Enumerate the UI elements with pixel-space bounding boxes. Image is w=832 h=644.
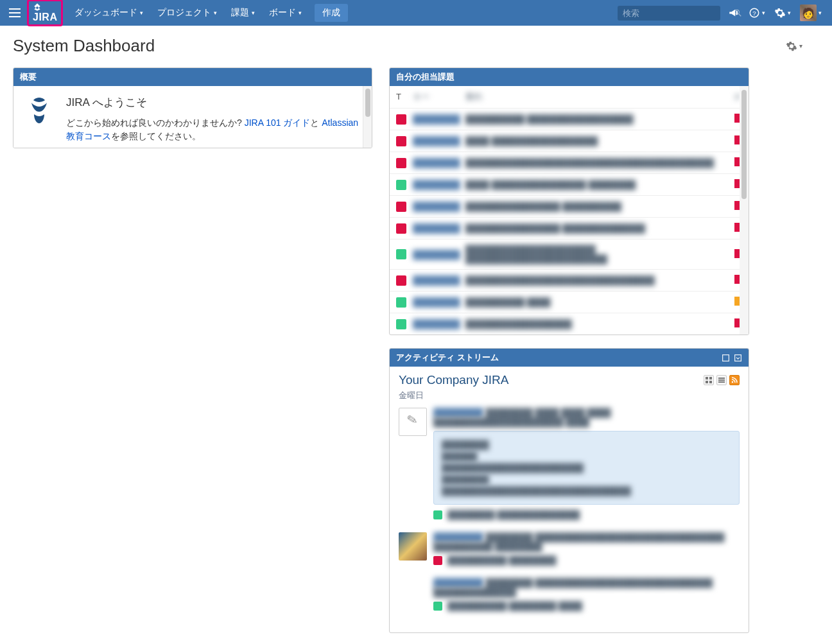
- table-header-row: T キー 要約 P: [390, 86, 749, 109]
- issue-summary[interactable]: ████ ██████████████████: [465, 136, 727, 146]
- activity-meta: ██████████ ████████ ████: [433, 601, 740, 611]
- nav-boards[interactable]: ボード▾: [263, 3, 308, 22]
- issue-type-icon: [396, 202, 406, 212]
- issue-summary[interactable]: ██████████████████: [465, 319, 727, 329]
- nav-right-icons: ? ▾ ▾ 🧑 ▾: [728, 4, 822, 21]
- caret-down-icon: ▾: [140, 10, 143, 16]
- activity-line: ████████ ████████ ██████████████████████…: [433, 532, 740, 552]
- scrollbar[interactable]: [363, 86, 372, 148]
- settings-icon[interactable]: ▾: [774, 7, 791, 19]
- issue-type-icon: [396, 158, 406, 168]
- gadget-assigned-header: 自分の担当課題: [390, 68, 749, 86]
- nav-projects[interactable]: プロジェクト▾: [151, 3, 223, 22]
- rss-feed-icon[interactable]: [729, 375, 740, 385]
- issue-key[interactable]: ████████: [413, 250, 459, 259]
- issue-summary[interactable]: ██████████ ██████████████████: [465, 114, 727, 124]
- jira-logo-icon: [33, 3, 42, 12]
- nav-items: ダッシュボード▾ プロジェクト▾ 課題▾ ボード▾ 作成: [68, 3, 348, 22]
- dashboard-tools-button[interactable]: ▾: [786, 40, 802, 52]
- issue-summary[interactable]: ████████████████ ██████████████: [465, 223, 727, 233]
- view-full-icon[interactable]: [704, 375, 714, 385]
- scrollbar[interactable]: [740, 86, 749, 335]
- issue-type-icon: [433, 602, 442, 611]
- avatar-spacer: [399, 578, 427, 611]
- maximize-icon[interactable]: [722, 354, 730, 362]
- issue-summary[interactable]: ██████████ ████: [465, 297, 727, 307]
- gadget-activity-body: Your Company JIRA 金曜日 ████████ ████████ …: [390, 367, 749, 632]
- page-title: System Dashboard: [13, 36, 786, 56]
- svg-rect-8: [706, 381, 708, 383]
- create-button[interactable]: 作成: [315, 4, 348, 22]
- issue-type-icon: [396, 223, 406, 234]
- table-row[interactable]: ██████████████████ ████: [390, 292, 749, 313]
- gadget-assigned-title: 自分の担当課題: [396, 71, 455, 83]
- svg-rect-12: [718, 381, 725, 383]
- issue-key[interactable]: ████████: [413, 223, 459, 233]
- gadget-activity-header: アクティビティ ストリーム: [390, 349, 749, 367]
- activity-line: ████████ ████████ ██████████████████████…: [433, 578, 740, 597]
- jira-logo[interactable]: JIRA: [27, 0, 63, 26]
- hamburger-menu-icon[interactable]: [6, 4, 24, 22]
- activity-company-line: Your Company JIRA: [399, 373, 740, 387]
- nav-issues[interactable]: 課題▾: [225, 3, 261, 22]
- table-row[interactable]: ██████████████████████████████ █████████…: [390, 239, 749, 270]
- search-box[interactable]: [618, 6, 720, 21]
- intro-title: JIRA へようこそ: [66, 95, 361, 110]
- col-type: T: [396, 92, 406, 102]
- activity-content: ████████ ████████ ██████████████████████…: [433, 532, 740, 565]
- feedback-icon[interactable]: [728, 7, 740, 19]
- link-jira-101-guide[interactable]: JIRA 101 ガイド: [245, 117, 311, 128]
- issue-summary[interactable]: ████████████████████████████████: [465, 275, 727, 285]
- issue-key[interactable]: ████████: [413, 180, 459, 189]
- issue-key[interactable]: ████████: [413, 275, 459, 285]
- caret-down-icon: ▾: [762, 10, 765, 16]
- issue-summary[interactable]: ████ ████████████████ ████████: [465, 180, 727, 189]
- table-row[interactable]: ████████████████████████ ██████████████: [390, 218, 749, 239]
- jira-logo-text: JIRA: [33, 12, 57, 22]
- activity-comment: ████████████████████████████████████████…: [433, 431, 740, 505]
- issue-key[interactable]: ████████: [413, 297, 459, 307]
- gadget-introduction: 概要 JIRA へようこそ どこから始めれば良いのかわかりませんか? JIRA …: [13, 67, 372, 148]
- issue-type-icon: [396, 249, 406, 259]
- caret-down-icon: ▾: [214, 10, 217, 16]
- issue-type-icon: [433, 556, 442, 565]
- issue-summary[interactable]: ██████████████████████ █████████████████…: [465, 245, 727, 264]
- svg-point-13: [732, 381, 734, 383]
- table-row[interactable]: ████████████ ██████████████████: [390, 130, 749, 152]
- jira-mark-icon: [24, 95, 55, 141]
- issue-summary[interactable]: ████████████████████████████████████████…: [465, 158, 727, 168]
- col-summary: 要約: [465, 91, 727, 103]
- svg-rect-5: [735, 354, 741, 361]
- gadget-activity-stream: アクティビティ ストリーム Your Company JIRA 金曜: [389, 348, 749, 633]
- table-row[interactable]: ████████████████████████████████████████: [390, 270, 749, 292]
- issue-key[interactable]: ████████: [413, 114, 459, 124]
- issue-key[interactable]: ████████: [413, 319, 459, 329]
- issue-key[interactable]: ████████: [413, 202, 459, 211]
- svg-rect-9: [709, 381, 712, 383]
- table-row[interactable]: ██████████████████████████: [390, 313, 749, 335]
- search-input[interactable]: [623, 8, 731, 18]
- activity-item: ████████ ████████ ██████████████████████…: [399, 532, 740, 565]
- table-row[interactable]: ████████████ ████████████████ ████████: [390, 174, 749, 196]
- table-row[interactable]: ████████████████████████████████████████…: [390, 152, 749, 174]
- issue-key[interactable]: ████████: [413, 158, 459, 168]
- table-row[interactable]: ██████████████████ ██████████████████: [390, 109, 749, 130]
- svg-rect-11: [718, 379, 725, 381]
- dropdown-icon[interactable]: [734, 354, 742, 362]
- user-avatar[interactable]: 🧑 ▾: [800, 4, 822, 21]
- activity-content: ████████ ████████ ████ ████ ████ ███████…: [433, 408, 740, 519]
- svg-text:?: ?: [752, 10, 756, 17]
- col-key: キー: [413, 91, 459, 103]
- gear-icon: [786, 40, 797, 52]
- activity-meta: ██████████ ████████: [433, 555, 740, 565]
- issue-key[interactable]: ████████: [413, 136, 459, 146]
- intro-content: JIRA へようこそ どこから始めれば良いのかわかりませんか? JIRA 101…: [66, 95, 361, 141]
- help-icon[interactable]: ? ▾: [749, 7, 765, 19]
- activity-content: ████████ ████████ ██████████████████████…: [433, 578, 740, 611]
- nav-dashboard[interactable]: ダッシュボード▾: [68, 3, 150, 22]
- svg-rect-7: [709, 377, 712, 379]
- table-row[interactable]: ████████████████████████ ██████████: [390, 196, 749, 218]
- issue-summary[interactable]: ████████████████ ██████████: [465, 202, 727, 211]
- column-left: 概要 JIRA へようこそ どこから始めれば良いのかわかりませんか? JIRA …: [13, 67, 372, 148]
- view-list-icon[interactable]: [716, 375, 727, 385]
